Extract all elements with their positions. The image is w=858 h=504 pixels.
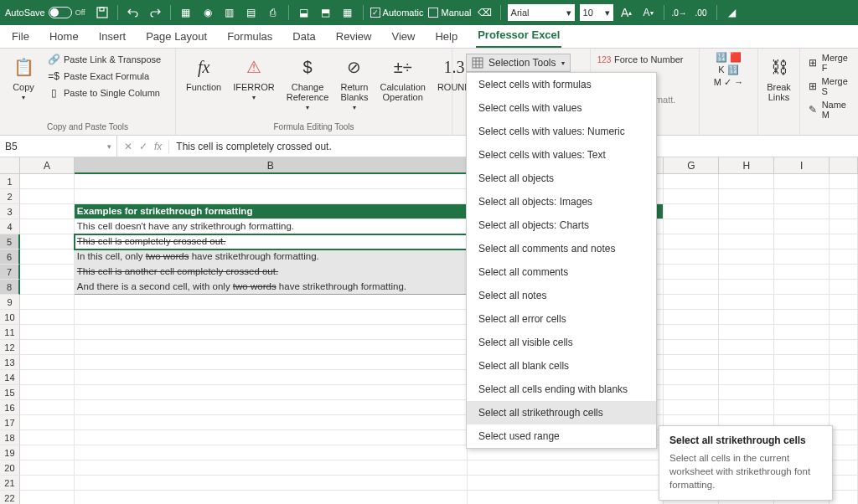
cell[interactable] xyxy=(719,310,774,325)
tab-review[interactable]: Review xyxy=(334,27,374,48)
menu-item-formulas[interactable]: Select cells with formulas xyxy=(467,73,656,96)
select-all-corner[interactable] xyxy=(0,157,20,174)
cell[interactable] xyxy=(664,325,719,340)
cell[interactable] xyxy=(20,174,75,189)
cell[interactable] xyxy=(664,385,719,400)
cell[interactable] xyxy=(20,430,75,445)
cell[interactable] xyxy=(20,295,75,310)
cell[interactable]: And there is a second cell, with only tw… xyxy=(75,280,468,295)
row-header[interactable]: 21 xyxy=(0,476,20,491)
row-header[interactable]: 1 xyxy=(0,174,20,189)
cell[interactable] xyxy=(664,310,719,325)
tab-home[interactable]: Home xyxy=(48,27,80,48)
row-header[interactable]: 8 xyxy=(0,280,20,295)
tab-insert[interactable]: Insert xyxy=(97,27,128,48)
tab-professor-excel[interactable]: Professor Excel xyxy=(476,25,561,48)
cell[interactable] xyxy=(719,234,774,249)
cell[interactable] xyxy=(830,234,858,249)
menu-item-comments-notes[interactable]: Select all comments and notes xyxy=(467,237,656,260)
change-reference-button[interactable]: $ Change Reference ▾ xyxy=(283,52,333,113)
row-header[interactable]: 22 xyxy=(0,491,20,504)
decimals-icon-1[interactable]: .0→ xyxy=(671,4,688,21)
fx-icon[interactable]: fx xyxy=(154,141,162,152)
cell[interactable] xyxy=(774,234,830,249)
automatic-checkbox[interactable]: ✓ Automatic xyxy=(370,8,424,18)
cell[interactable] xyxy=(830,415,858,430)
cell[interactable] xyxy=(75,430,468,445)
cell[interactable] xyxy=(664,265,719,280)
tab-view[interactable]: View xyxy=(390,27,416,48)
row-header[interactable]: 9 xyxy=(0,295,20,310)
menu-item-values-numeric[interactable]: Select cells with values: Numeric xyxy=(467,120,656,143)
cell[interactable] xyxy=(20,355,75,370)
qat-icon-7[interactable]: ▦ xyxy=(339,4,356,21)
cell[interactable] xyxy=(664,295,719,310)
return-blanks-button[interactable]: ⊘ Return Blanks ▾ xyxy=(337,52,371,113)
cell[interactable] xyxy=(468,460,664,476)
cell[interactable] xyxy=(20,280,75,295)
cell[interactable] xyxy=(830,476,858,491)
cell[interactable] xyxy=(664,280,719,295)
cell[interactable] xyxy=(468,491,664,504)
menu-item-values-text[interactable]: Select cells with values: Text xyxy=(467,143,656,167)
cell[interactable] xyxy=(664,370,719,385)
paste-exact-formula-button[interactable]: =$Paste Exact Formula xyxy=(45,69,163,84)
cell[interactable] xyxy=(830,174,858,189)
cell[interactable] xyxy=(830,385,858,400)
cell[interactable] xyxy=(719,265,774,280)
cell[interactable] xyxy=(774,355,830,370)
autosave-toggle[interactable]: AutoSave Off xyxy=(5,7,85,18)
cell[interactable] xyxy=(830,280,858,295)
row-header[interactable]: 5 xyxy=(0,234,20,249)
cell[interactable] xyxy=(664,234,719,249)
tab-data[interactable]: Data xyxy=(291,27,317,48)
cell[interactable] xyxy=(20,189,75,204)
cell[interactable] xyxy=(75,174,468,189)
cell[interactable] xyxy=(75,400,468,415)
cell[interactable] xyxy=(20,249,75,265)
row-header[interactable]: 13 xyxy=(0,355,20,370)
col-header-b[interactable]: B xyxy=(75,157,468,174)
cell[interactable]: Examples for strikethrough formatting xyxy=(75,204,468,219)
cell[interactable] xyxy=(664,249,719,265)
cell[interactable] xyxy=(774,189,830,204)
cell[interactable] xyxy=(830,340,858,355)
row-header[interactable]: 16 xyxy=(0,400,20,415)
undo-icon[interactable] xyxy=(125,4,142,21)
cell[interactable] xyxy=(719,295,774,310)
cell[interactable]: In this cell, only two words have strike… xyxy=(75,249,468,265)
cell[interactable] xyxy=(664,189,719,204)
cell[interactable] xyxy=(719,249,774,265)
increase-font-icon[interactable]: A▴ xyxy=(618,4,635,21)
save-icon[interactable] xyxy=(94,4,111,21)
menu-item-objects-images[interactable]: Select all objects: Images xyxy=(467,190,656,213)
menu-item-objects-charts[interactable]: Select all objects: Charts xyxy=(467,213,656,237)
iferror-button[interactable]: ⚠ IFERROR ▾ xyxy=(230,52,278,103)
cell[interactable] xyxy=(774,249,830,265)
cell[interactable] xyxy=(75,445,468,460)
function-button[interactable]: fx Function xyxy=(183,52,225,94)
cell[interactable] xyxy=(719,400,774,415)
cell[interactable] xyxy=(830,491,858,504)
format-icon-3[interactable]: M ✓ → xyxy=(714,77,743,88)
col-header-a[interactable]: A xyxy=(20,157,75,174)
cell[interactable] xyxy=(719,340,774,355)
qat-icon-4[interactable]: ▤ xyxy=(243,4,260,21)
selection-tools-button[interactable]: Selection Tools ▾ xyxy=(466,54,571,72)
qat-icon-1[interactable]: ▦ xyxy=(178,4,194,21)
cell[interactable] xyxy=(75,476,468,491)
cell[interactable] xyxy=(75,415,468,430)
row-header[interactable]: 11 xyxy=(0,325,20,340)
col-header-h[interactable]: H xyxy=(719,157,774,174)
calculation-operation-button[interactable]: ±÷ Calculation Operation xyxy=(377,52,429,104)
col-header-next[interactable] xyxy=(830,157,858,174)
name-button[interactable]: ✎Name M xyxy=(805,99,853,121)
row-header[interactable]: 7 xyxy=(0,265,20,280)
break-links-button[interactable]: ⛓ Break Links xyxy=(763,52,794,104)
cell[interactable] xyxy=(468,476,664,491)
cell[interactable] xyxy=(20,491,75,504)
cell[interactable] xyxy=(75,460,468,476)
format-icon-1[interactable]: 🔢 🟥 xyxy=(716,52,742,63)
menu-item-notes[interactable]: Select all notes xyxy=(467,284,656,307)
cell[interactable] xyxy=(830,189,858,204)
